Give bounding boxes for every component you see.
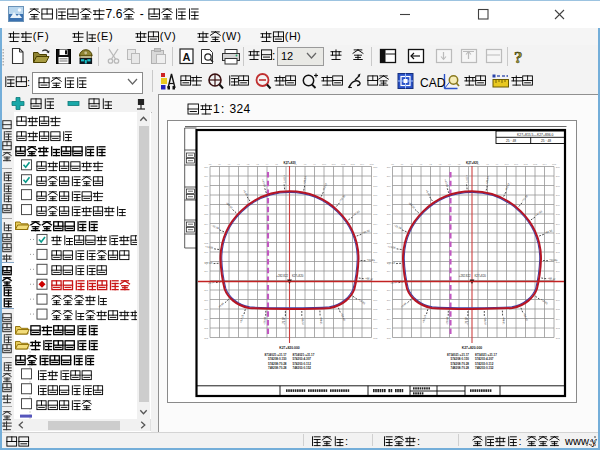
svg-text:269: 269 — [373, 270, 378, 273]
svg-text:104: 104 — [543, 163, 548, 166]
svg-text:): ) — [172, 30, 176, 42]
svg-text:269: 269 — [387, 270, 392, 273]
svg-text:103: 103 — [533, 163, 538, 166]
svg-text:267: 267 — [373, 289, 378, 292]
svg-text:280: 280 — [556, 166, 561, 169]
svg-text:574203:0.112: 574203:0.112 — [293, 362, 312, 366]
svg-text:-: - — [140, 7, 144, 21]
svg-text:+73.07: +73.07 — [465, 317, 469, 326]
svg-text:101: 101 — [332, 163, 337, 166]
svg-text:279: 279 — [373, 175, 378, 178]
svg-text:103: 103 — [351, 163, 356, 166]
svg-text:W: W — [226, 30, 237, 42]
svg-text:267: 267 — [556, 289, 561, 292]
svg-text:278: 278 — [204, 185, 209, 188]
svg-text:273: 273 — [373, 232, 378, 235]
svg-text:8734021:+31.17: 8734021:+31.17 — [265, 353, 287, 357]
svg-text:+36.54: +36.54 — [483, 317, 487, 326]
svg-text:K27+820.000: K27+820.000 — [279, 346, 300, 350]
svg-text:276: 276 — [373, 204, 378, 207]
svg-text:279: 279 — [556, 175, 561, 178]
svg-text:274: 274 — [387, 223, 392, 226]
svg-text:271: 271 — [556, 251, 561, 254]
svg-text:263: 263 — [387, 327, 392, 330]
svg-text:272: 272 — [373, 242, 378, 245]
svg-text:280: 280 — [204, 166, 209, 169]
svg-text:279: 279 — [387, 175, 392, 178]
svg-text:262: 262 — [387, 337, 392, 340]
svg-text:574203:4.307: 574203:4.307 — [293, 357, 312, 361]
svg-text:104: 104 — [360, 163, 365, 166]
svg-text:271: 271 — [204, 251, 209, 254]
svg-text:+37.53: +37.53 — [387, 261, 396, 266]
svg-text:101: 101 — [514, 163, 519, 166]
svg-text:+20.60: +20.60 — [263, 316, 267, 325]
svg-text:1: 1 — [213, 102, 220, 116]
svg-text:574203:4.307: 574203:4.307 — [475, 357, 494, 361]
svg-text:276: 276 — [204, 204, 209, 207]
svg-text:263: 263 — [204, 327, 209, 330]
svg-text:K27+815.5—K27+836.0: K27+815.5—K27+836.0 — [517, 133, 554, 137]
svg-text:279: 279 — [204, 175, 209, 178]
svg-text:267: 267 — [387, 289, 392, 292]
svg-text:265: 265 — [387, 308, 392, 311]
svg-text:266: 266 — [556, 299, 561, 302]
svg-text:278: 278 — [556, 185, 561, 188]
svg-text:272: 272 — [387, 242, 392, 245]
svg-text:265: 265 — [556, 308, 561, 311]
svg-text:4: 4 — [243, 102, 250, 116]
svg-text:574208:70.28: 574208:70.28 — [268, 362, 287, 366]
svg-text::: : — [221, 102, 224, 116]
svg-text:280: 280 — [373, 166, 378, 169]
svg-text:273: 273 — [387, 232, 392, 235]
svg-text:273: 273 — [204, 232, 209, 235]
svg-text:273: 273 — [556, 232, 561, 235]
svg-text:V: V — [164, 30, 172, 42]
svg-text:): ) — [237, 30, 241, 42]
svg-text:264: 264 — [373, 318, 378, 321]
svg-text:266: 266 — [373, 299, 378, 302]
svg-text:102: 102 — [341, 163, 346, 166]
svg-text:277: 277 — [204, 194, 209, 197]
svg-text:A: A — [183, 51, 191, 63]
svg-text:K27+820: K27+820 — [466, 161, 479, 165]
svg-text::: : — [519, 435, 522, 447]
svg-text:271: 271 — [373, 251, 378, 254]
svg-text:8734021:+31.17: 8734021:+31.17 — [475, 353, 497, 357]
svg-text:278: 278 — [373, 185, 378, 188]
svg-text:278: 278 — [387, 185, 392, 188]
svg-text:263: 263 — [556, 327, 561, 330]
svg-text:277: 277 — [387, 194, 392, 197]
svg-text:265: 265 — [204, 308, 209, 311]
svg-text:+31.89: +31.89 — [549, 258, 558, 262]
svg-text:): ) — [297, 30, 301, 42]
svg-text:274: 274 — [373, 223, 378, 226]
svg-text:264: 264 — [387, 318, 392, 321]
svg-text:100: 100 — [322, 163, 327, 166]
svg-text:K27+820: K27+820 — [292, 274, 304, 278]
svg-text:269: 269 — [204, 270, 209, 273]
svg-text:K27+820: K27+820 — [284, 161, 297, 165]
svg-text:264: 264 — [204, 318, 209, 321]
svg-text:100: 100 — [505, 163, 510, 166]
svg-text:25 · 48: 25 · 48 — [506, 139, 516, 143]
svg-text:748203:0.152: 748203:0.152 — [475, 366, 494, 370]
svg-text:748203:0.152: 748203:0.152 — [293, 366, 312, 370]
svg-text:275: 275 — [204, 213, 209, 216]
svg-text:271: 271 — [387, 251, 392, 254]
svg-text:275: 275 — [387, 213, 392, 216]
svg-text:275: 275 — [373, 213, 378, 216]
svg-text:E: E — [101, 30, 108, 42]
svg-text:748208:70.28: 748208:70.28 — [450, 366, 469, 370]
svg-text:+37.53: +37.53 — [204, 261, 213, 266]
svg-text:262: 262 — [556, 337, 561, 340]
svg-text:265: 265 — [373, 308, 378, 311]
svg-text:+36.54: +36.54 — [301, 317, 305, 326]
svg-text:263: 263 — [373, 327, 378, 330]
svg-text:F: F — [37, 30, 44, 42]
svg-text:?: ? — [514, 48, 523, 67]
svg-text:+20.60: +20.60 — [445, 316, 449, 325]
svg-text:266: 266 — [387, 299, 392, 302]
svg-text:+89.01: +89.01 — [319, 317, 323, 326]
svg-text:): ) — [45, 30, 49, 42]
